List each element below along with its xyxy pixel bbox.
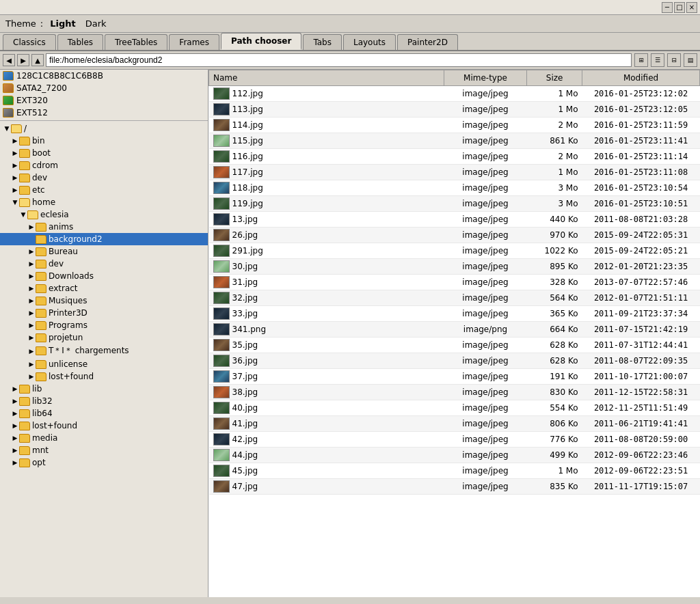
view-small-icon-button[interactable]: ⊟ bbox=[667, 53, 681, 67]
tree-item-cdrom[interactable]: ▶ cdrom bbox=[0, 159, 208, 171]
view-detail-button[interactable]: ▤ bbox=[684, 53, 697, 67]
expand-arrow[interactable]: ▶ bbox=[11, 458, 19, 467]
nav-back-button[interactable]: ◀ bbox=[3, 54, 15, 66]
table-row[interactable]: 13.jpgimage/jpeg440 Ko2011-08-08T21:03:2… bbox=[209, 212, 700, 228]
tree-item-background2[interactable]: background2 bbox=[0, 233, 208, 245]
minimize-button[interactable]: − bbox=[662, 2, 673, 13]
table-row[interactable]: 44.jpgimage/jpeg499 Ko2012-09-06T22:23:4… bbox=[209, 448, 700, 463]
tree-item-eclesia[interactable]: ▼ eclesia bbox=[0, 208, 208, 221]
expand-arrow[interactable]: ▶ bbox=[11, 385, 19, 393]
table-row[interactable]: 291.jpgimage/jpeg1022 Ko2015-09-24T22:05… bbox=[209, 243, 700, 259]
tab-painter2d[interactable]: Painter2D bbox=[397, 34, 458, 50]
table-row[interactable]: 341.pngimage/png664 Ko2011-07-15T21:42:1… bbox=[209, 322, 700, 338]
tree-item-bin[interactable]: ▶ bin bbox=[0, 135, 208, 147]
tree-item-dev[interactable]: ▶ dev bbox=[0, 171, 208, 184]
nav-up-button[interactable]: ▲ bbox=[31, 54, 44, 66]
expand-arrow[interactable]: ▶ bbox=[27, 297, 36, 305]
expand-arrow[interactable]: ▶ bbox=[27, 321, 36, 329]
tab-tabs[interactable]: Tabs bbox=[303, 34, 342, 50]
table-row[interactable]: 37.jpgimage/jpeg191 Ko2011-10-17T21:00:0… bbox=[209, 369, 700, 385]
expand-arrow[interactable]: ▶ bbox=[27, 247, 36, 256]
tree-item-home[interactable]: ▼ home bbox=[0, 196, 208, 208]
view-list-button[interactable]: ☰ bbox=[651, 53, 664, 67]
bookmark-item[interactable]: EXT320 bbox=[0, 94, 208, 107]
table-row[interactable]: 38.jpgimage/jpeg830 Ko2011-12-15T22:58:3… bbox=[209, 385, 700, 400]
table-row[interactable]: 31.jpgimage/jpeg328 Ko2013-07-07T22:57:4… bbox=[209, 275, 700, 290]
expand-arrow[interactable]: ▶ bbox=[11, 137, 19, 145]
tree-item-extract[interactable]: ▶ extract bbox=[0, 282, 208, 294]
expand-arrow[interactable]: ▶ bbox=[11, 446, 19, 454]
tree-item-boot[interactable]: ▶ boot bbox=[0, 147, 208, 159]
table-row[interactable]: 42.jpgimage/jpeg776 Ko2011-08-08T20:59:0… bbox=[209, 432, 700, 448]
table-row[interactable]: 117.jpgimage/jpeg1 Mo2016-01-25T23:11:08 bbox=[209, 165, 700, 180]
expand-arrow[interactable]: ▶ bbox=[27, 309, 36, 317]
expand-arrow[interactable]: ▶ bbox=[11, 174, 19, 182]
expand-arrow[interactable]: ▶ bbox=[27, 347, 36, 355]
tab-tables[interactable]: Tables bbox=[57, 34, 103, 50]
table-row[interactable]: 45.jpgimage/jpeg1 Mo2012-09-06T22:23:51 bbox=[209, 463, 700, 479]
tree-item-programs[interactable]: ▶ Programs bbox=[0, 319, 208, 331]
tree-item-etc[interactable]: ▶ etc bbox=[0, 184, 208, 196]
table-row[interactable]: 36.jpgimage/jpeg628 Ko2011-08-07T22:09:3… bbox=[209, 353, 700, 369]
tree-item-root[interactable]: ▼ / bbox=[0, 122, 208, 135]
table-row[interactable]: 35.jpgimage/jpeg628 Ko2011-07-31T12:44:4… bbox=[209, 338, 700, 353]
bookmark-item[interactable]: 128C1C8B8C1C6B8B bbox=[0, 70, 208, 82]
address-input[interactable] bbox=[46, 53, 632, 67]
tab-treetables[interactable]: TreeTables bbox=[105, 34, 167, 50]
tree-item-bureau[interactable]: ▶ Bureau bbox=[0, 245, 208, 258]
view-large-icon-button[interactable]: ⊞ bbox=[634, 53, 648, 67]
expand-arrow[interactable]: ▶ bbox=[27, 272, 36, 280]
tree-item-lib32[interactable]: ▶ lib32 bbox=[0, 395, 208, 407]
expand-arrow[interactable]: ▶ bbox=[11, 434, 19, 442]
expand-arrow[interactable]: ▶ bbox=[11, 149, 19, 157]
expand-arrow[interactable]: ▶ bbox=[27, 284, 36, 292]
table-row[interactable]: 32.jpgimage/jpeg564 Ko2012-01-07T21:51:1… bbox=[209, 290, 700, 306]
table-row[interactable]: 115.jpgimage/jpeg861 Ko2016-01-25T23:11:… bbox=[209, 133, 700, 149]
tree-item-media[interactable]: ▶ media bbox=[0, 432, 208, 444]
column-header-mime[interactable]: Mime-type bbox=[444, 70, 526, 86]
tree-item-downloads[interactable]: ▶ Downloads bbox=[0, 270, 208, 282]
theme-dark-button[interactable]: Dark bbox=[83, 18, 109, 29]
tree-item-mnt[interactable]: ▶ mnt bbox=[0, 444, 208, 456]
bookmark-item[interactable]: EXT512 bbox=[0, 107, 208, 119]
expand-arrow[interactable]: ▶ bbox=[11, 397, 19, 405]
expand-arrow[interactable]: ▼ bbox=[19, 210, 27, 219]
expand-arrow[interactable]: ▶ bbox=[27, 333, 36, 342]
table-row[interactable]: 30.jpgimage/jpeg895 Ko2012-01-20T21:23:3… bbox=[209, 259, 700, 275]
expand-arrow[interactable]: ▶ bbox=[11, 161, 19, 169]
theme-light-button[interactable]: Light bbox=[47, 18, 79, 29]
tree-item-lib64[interactable]: ▶ lib64 bbox=[0, 407, 208, 420]
table-row[interactable]: 118.jpgimage/jpeg3 Mo2016-01-25T23:10:54 bbox=[209, 180, 700, 196]
expand-arrow[interactable]: ▼ bbox=[3, 124, 11, 133]
table-row[interactable]: 41.jpgimage/jpeg806 Ko2011-06-21T19:41:4… bbox=[209, 416, 700, 432]
table-row[interactable]: 113.jpgimage/jpeg1 Mo2016-01-25T23:12:05 bbox=[209, 102, 700, 118]
tree-item-printer3d[interactable]: ▶ Printer3D bbox=[0, 307, 208, 319]
tree-item-lostfound[interactable]: ▶ lost+found bbox=[0, 420, 208, 432]
expand-arrow[interactable]: ▶ bbox=[27, 372, 36, 381]
table-row[interactable]: 40.jpgimage/jpeg554 Ko2012-11-25T11:51:4… bbox=[209, 400, 700, 416]
column-header-modified[interactable]: Modified bbox=[582, 70, 700, 86]
expand-arrow[interactable]: ▶ bbox=[11, 409, 19, 417]
maximize-button[interactable]: □ bbox=[674, 2, 685, 13]
expand-arrow[interactable]: ▶ bbox=[27, 260, 36, 268]
tab-classics[interactable]: Classics bbox=[3, 34, 56, 50]
table-row[interactable]: 47.jpgimage/jpeg835 Ko2011-11-17T19:15:0… bbox=[209, 479, 700, 495]
tree-item-tfiles[interactable]: ▶ T＊I＊ chargements bbox=[0, 344, 208, 358]
tree-item-unlicense[interactable]: ▶ unlicense bbox=[0, 358, 208, 370]
column-header-size[interactable]: Size bbox=[527, 70, 582, 86]
tree-item-musiques[interactable]: ▶ Musiques bbox=[0, 294, 208, 307]
table-row[interactable]: 116.jpgimage/jpeg2 Mo2016-01-25T23:11:14 bbox=[209, 149, 700, 165]
tab-frames[interactable]: Frames bbox=[169, 34, 219, 50]
column-header-name[interactable]: Name bbox=[209, 70, 444, 86]
tree-item-dev2[interactable]: ▶ dev bbox=[0, 258, 208, 270]
expand-arrow[interactable]: ▶ bbox=[11, 186, 19, 194]
tree-item-lostfound2[interactable]: ▶ lost+found bbox=[0, 370, 208, 383]
tree-item-opt[interactable]: ▶ opt bbox=[0, 456, 208, 469]
expand-arrow[interactable]: ▶ bbox=[11, 422, 19, 430]
tab-layouts[interactable]: Layouts bbox=[343, 34, 396, 50]
table-row[interactable]: 119.jpgimage/jpeg3 Mo2016-01-25T23:10:51 bbox=[209, 196, 700, 212]
tree-item-anims[interactable]: ▶ anims bbox=[0, 221, 208, 233]
table-row[interactable]: 114.jpgimage/jpeg2 Mo2016-01-25T23:11:59 bbox=[209, 118, 700, 133]
expand-arrow[interactable]: ▼ bbox=[11, 198, 19, 206]
tree-item-projetun[interactable]: ▶ projetun bbox=[0, 331, 208, 344]
